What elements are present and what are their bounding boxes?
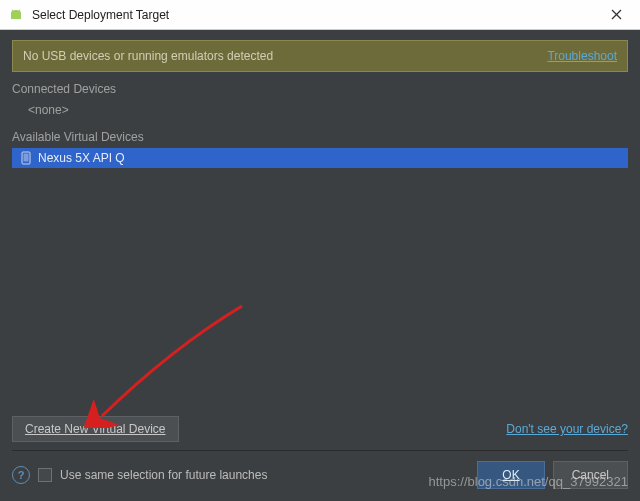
ok-label: OK [502,468,519,482]
android-icon [8,9,24,21]
connected-devices-label: Connected Devices [12,82,628,96]
create-device-label: Create New Virtual Device [25,422,166,436]
help-icon[interactable]: ? [12,466,30,484]
dont-see-device-link[interactable]: Don't see your device? [506,422,628,436]
virtual-device-list: Nexus 5X API Q [12,148,628,168]
svg-rect-5 [24,154,29,162]
bottom-row: Create New Virtual Device Don't see your… [12,408,628,450]
list-spacer [12,168,628,408]
window-title: Select Deployment Target [32,8,600,22]
device-name: Nexus 5X API Q [38,151,125,165]
phone-icon [20,151,32,165]
titlebar: Select Deployment Target [0,0,640,30]
available-devices-label: Available Virtual Devices [12,130,628,144]
ok-button[interactable]: OK [477,461,544,489]
cancel-button[interactable]: Cancel [553,461,628,489]
virtual-device-item[interactable]: Nexus 5X API Q [12,148,628,168]
dialog-content: No USB devices or running emulators dete… [0,30,640,501]
close-icon [611,9,622,20]
troubleshoot-link[interactable]: Troubleshoot [547,49,617,63]
warning-message: No USB devices or running emulators dete… [23,49,547,63]
use-same-checkbox[interactable] [38,468,52,482]
create-new-virtual-device-button[interactable]: Create New Virtual Device [12,416,179,442]
connected-none: <none> [12,100,628,120]
footer: ? Use same selection for future launches… [12,450,628,501]
use-same-label: Use same selection for future launches [60,468,469,482]
warning-bar: No USB devices or running emulators dete… [12,40,628,72]
close-button[interactable] [600,1,632,29]
